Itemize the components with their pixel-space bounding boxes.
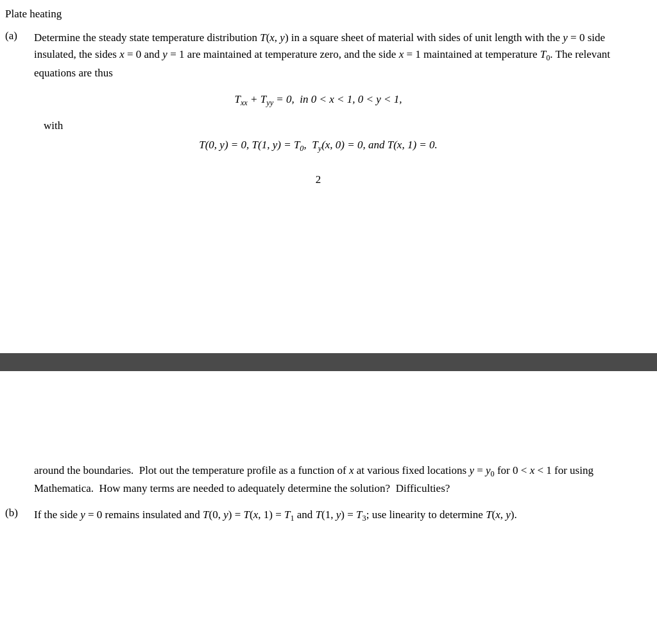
page-number: 2 xyxy=(5,173,631,186)
separator-bar xyxy=(0,353,657,371)
part-b-label: (b) xyxy=(5,507,34,519)
equation-1: Txx + Tyy = 0, in 0 < x < 1, 0 < y < 1, xyxy=(5,93,631,108)
bottom-continuation-text: around the boundaries. Plot out the temp… xyxy=(34,462,631,498)
bottom-section: around the boundaries. Plot out the temp… xyxy=(0,353,657,525)
page-content: Plate heating (a) Determine the steady s… xyxy=(0,0,657,186)
part-a-text: Determine the steady state temperature d… xyxy=(34,30,631,82)
part-a: (a) Determine the steady state temperatu… xyxy=(5,30,631,82)
part-b: (b) If the side y = 0 remains insulated … xyxy=(5,507,631,525)
part-a-label: (a) xyxy=(5,30,34,42)
part-b-text: If the side y = 0 remains insulated and … xyxy=(34,507,631,525)
equation-2: T(0, y) = 0, T(1, y) = T0, Ty(x, 0) = 0,… xyxy=(5,139,631,153)
with-label: with xyxy=(44,119,631,132)
page-title: Plate heating xyxy=(5,8,631,21)
